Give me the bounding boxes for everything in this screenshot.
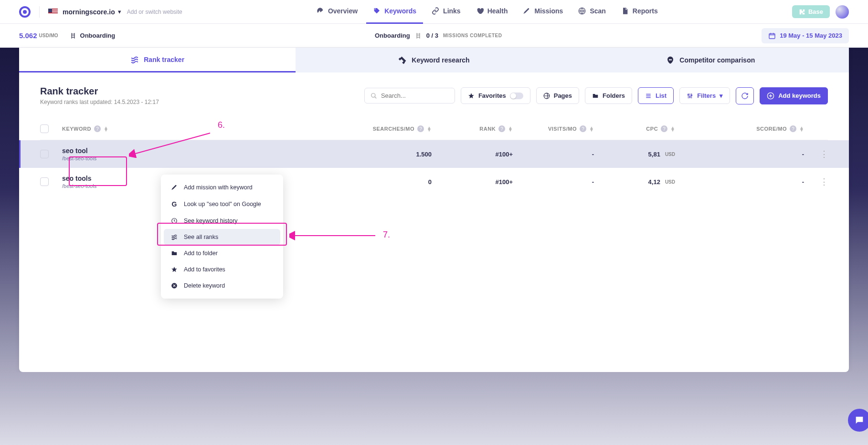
divider [39,6,40,18]
help-icon[interactable]: ? [417,125,424,132]
search-field[interactable] [381,92,449,99]
keyword-text: seo tool [62,147,96,155]
nav-label: Scan [590,7,605,15]
tab-competitor-comparison[interactable]: Competitor comparison [572,48,849,72]
ctx-add-to-folder[interactable]: Add to folder [164,245,280,261]
folder-icon [170,250,178,257]
svg-point-2 [371,93,375,97]
nav-reports[interactable]: Reports [614,0,665,24]
missions-total: 3 [435,32,438,39]
date-range-picker[interactable]: 19 May - 15 May 2023 [762,28,849,43]
sort-icon[interactable]: ▲▼ [104,126,108,131]
site-name[interactable]: morningscore.io [63,8,115,16]
cpc-value: 5,81 [648,151,660,158]
row-checkbox[interactable] [40,177,49,186]
gauge-icon [317,7,324,15]
app-logo[interactable] [19,6,31,18]
row-checkbox[interactable] [40,150,49,158]
avatar[interactable] [836,5,849,19]
help-icon[interactable]: ? [498,125,505,132]
sort-icon[interactable]: ▲▼ [670,126,675,131]
ctx-add-to-favorites[interactable]: Add to favorites [164,261,280,278]
ctx-keyword-history[interactable]: See keyword history [164,213,280,229]
favorites-toggle[interactable]: Favorites [461,87,530,104]
tab-rank-tracker[interactable]: Rank tracker [19,48,296,72]
svg-point-6 [691,94,692,95]
flag-icon [48,9,58,15]
nav-scan[interactable]: Scan [572,0,612,24]
nav-label: Missions [534,7,563,15]
missions-done: 0 [426,32,430,39]
sort-icon[interactable]: ▲▼ [508,126,513,131]
globe-icon [543,93,550,99]
nav-health[interactable]: Health [469,0,515,24]
filters-button[interactable]: Filters ▾ [679,87,730,104]
help-icon[interactable]: ? [661,125,667,132]
tab-keyword-research[interactable]: Keyword research [296,48,572,72]
list-button[interactable]: List [638,87,674,104]
row-more-icon[interactable]: ⋮ [820,149,828,159]
searches-value: 0 [428,178,432,186]
link-icon [432,7,439,15]
nav-missions[interactable]: Missions [516,0,570,24]
sort-icon[interactable]: ▲▼ [427,126,432,131]
ctx-delete-keyword[interactable]: Delete keyword [164,278,280,294]
pages-button[interactable]: Pages [536,87,579,104]
svg-point-4 [688,94,688,95]
table-row[interactable]: seo tool /best-seo-tools 1.500 #100+ - 5… [19,140,849,168]
ctx-add-mission[interactable]: Add mission with keyword [164,179,280,196]
tab-label: Keyword research [412,56,469,64]
ctx-see-all-ranks[interactable]: See all ranks [164,229,280,245]
col-rank[interactable]: RANK [479,126,496,132]
ctx-label: Delete keyword [184,282,225,289]
ctx-label: Look up "seo tool" on Google [184,201,261,207]
col-cpc[interactable]: CPC [646,126,658,132]
top-nav: morningscore.io ▾ Add or switch website … [0,0,868,24]
col-searches[interactable]: SEARCHES/MO [373,126,414,132]
annotation-arrow-7 [289,231,380,240]
row-more-icon[interactable]: ⋮ [820,176,828,187]
ctx-google-lookup[interactable]: G Look up "seo tool" on Google [164,196,280,213]
help-icon[interactable]: ? [790,125,796,132]
add-keywords-button[interactable]: Add keywords [760,87,828,104]
base-badge[interactable]: Base [792,5,830,18]
nav-keywords[interactable]: Keywords [366,0,423,24]
tab-label: Competitor comparison [679,56,755,64]
col-keyword[interactable]: KEYWORD [62,126,91,132]
table-row[interactable]: seo tools /best-seo-tools 0 #100+ - 4,12… [40,168,828,196]
star-icon [468,93,475,99]
sub-bar: 5.062 USD/MO Onboarding Onboarding 0 / 3… [0,24,868,48]
refresh-icon [741,92,749,100]
cpc-value: 4,12 [648,178,660,186]
add-keywords-label: Add keywords [778,92,821,99]
help-icon[interactable]: ? [94,125,101,132]
nav-links[interactable]: Links [425,0,467,24]
add-site-link[interactable]: Add or switch website [127,9,182,15]
site-caret-icon[interactable]: ▾ [118,8,121,15]
select-all-checkbox[interactable] [40,124,49,133]
nav-overview[interactable]: Overview [310,0,364,24]
list-icon [645,93,652,99]
sort-icon[interactable]: ▲▼ [589,126,594,131]
refresh-button[interactable] [736,87,754,104]
searches-value: 1.500 [416,151,432,158]
svg-point-5 [689,96,690,97]
col-visits[interactable]: VISITS/MO [548,126,577,132]
search-input[interactable] [364,88,455,103]
score-value: 5.062 [19,31,37,40]
sort-icon[interactable]: ▲▼ [799,126,804,131]
nav-label: Keywords [384,7,416,15]
help-icon[interactable]: ? [580,125,586,132]
rocket-icon [523,7,530,15]
keyword-text: seo tools [62,175,96,182]
alien-icon [666,56,675,64]
ctx-label: Add mission with keyword [184,184,253,191]
ladder-icon [70,32,76,39]
folders-button[interactable]: Folders [585,87,632,104]
rank-value: #100+ [495,151,513,158]
toggle-switch[interactable] [510,93,523,99]
delete-icon [170,282,178,289]
rank-wave-icon [130,55,139,64]
col-score[interactable]: SCORE/MO [756,126,787,132]
list-label: List [656,92,667,99]
